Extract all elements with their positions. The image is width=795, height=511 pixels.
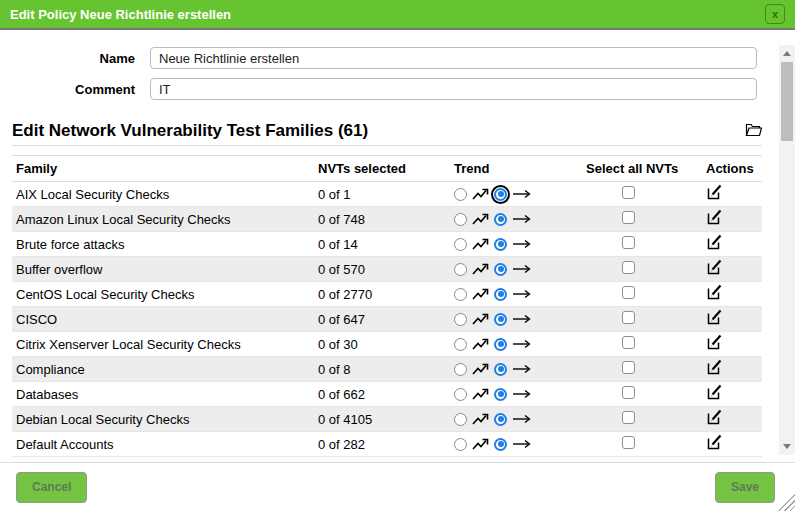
trend-dynamic-radio[interactable]	[454, 363, 467, 376]
header-family: Family	[12, 161, 318, 176]
trend-static-radio[interactable]	[494, 213, 507, 226]
trend-static-radio[interactable]	[494, 363, 507, 376]
trend-static-radio[interactable]	[494, 288, 507, 301]
edit-icon[interactable]	[706, 234, 723, 251]
trend-static-radio[interactable]	[494, 438, 507, 451]
edit-icon[interactable]	[706, 309, 723, 326]
trend-dynamic-radio[interactable]	[454, 338, 467, 351]
select-all-cell	[586, 361, 701, 377]
select-all-checkbox[interactable]	[622, 436, 635, 449]
header-nvts: NVTs selected	[318, 161, 454, 176]
select-all-cell	[586, 286, 701, 302]
actions-cell	[701, 234, 762, 254]
trend-dynamic-radio[interactable]	[454, 313, 467, 326]
trend-cell	[454, 313, 586, 326]
table-row: CentOS Local Security Checks 0 of 2770	[12, 282, 762, 307]
trend-static-arrow-icon	[512, 389, 531, 399]
trend-dynamic-radio[interactable]	[454, 263, 467, 276]
table-row: Citrix Xenserver Local Security Checks 0…	[12, 332, 762, 357]
trend-static-radio[interactable]	[494, 238, 507, 251]
nvts-selected-count: 0 of 282	[318, 437, 454, 452]
trend-up-icon	[472, 413, 489, 426]
name-row: Name	[0, 47, 795, 69]
select-all-checkbox[interactable]	[622, 336, 635, 349]
edit-icon[interactable]	[706, 334, 723, 351]
trend-static-radio[interactable]	[494, 313, 507, 326]
select-all-checkbox[interactable]	[622, 311, 635, 324]
table-row: Compliance 0 of 8	[12, 357, 762, 382]
edit-icon[interactable]	[706, 384, 723, 401]
folder-icon[interactable]	[745, 122, 762, 137]
trend-dynamic-radio[interactable]	[454, 238, 467, 251]
trend-static-arrow-icon	[512, 339, 531, 349]
scrollbar-thumb[interactable]	[781, 62, 793, 141]
trend-up-icon	[472, 338, 489, 351]
trend-static-arrow-icon	[512, 364, 531, 374]
comment-row: Comment	[0, 78, 795, 100]
trend-static-radio[interactable]	[494, 188, 507, 201]
scroll-down-icon[interactable]	[779, 439, 795, 453]
trend-cell	[454, 338, 586, 351]
cancel-button[interactable]: Cancel	[16, 472, 87, 503]
select-all-checkbox[interactable]	[622, 386, 635, 399]
select-all-checkbox[interactable]	[622, 186, 635, 199]
select-all-checkbox[interactable]	[622, 261, 635, 274]
trend-dynamic-radio[interactable]	[454, 438, 467, 451]
save-button[interactable]: Save	[715, 472, 775, 503]
table-row: Brute force attacks 0 of 14	[12, 232, 762, 257]
trend-static-arrow-icon	[512, 189, 531, 199]
trend-up-icon	[472, 213, 489, 226]
trend-static-radio[interactable]	[494, 338, 507, 351]
trend-static-arrow-icon	[512, 414, 531, 424]
trend-up-icon	[472, 288, 489, 301]
actions-cell	[701, 184, 762, 204]
select-all-checkbox[interactable]	[622, 361, 635, 374]
family-name: Compliance	[12, 362, 318, 377]
trend-dynamic-radio[interactable]	[454, 213, 467, 226]
edit-icon[interactable]	[706, 409, 723, 426]
trend-dynamic-radio[interactable]	[454, 413, 467, 426]
edit-icon[interactable]	[706, 209, 723, 226]
close-icon[interactable]: x	[765, 4, 785, 24]
trend-dynamic-radio[interactable]	[454, 188, 467, 201]
trend-static-radio[interactable]	[494, 388, 507, 401]
select-all-checkbox[interactable]	[622, 411, 635, 424]
scroll-up-icon[interactable]	[779, 47, 795, 61]
header-select-all: Select all NVTs	[586, 161, 701, 176]
nvt-families-section: Edit Network Vulnerability Test Families…	[0, 121, 795, 146]
edit-icon[interactable]	[706, 259, 723, 276]
nvts-selected-count: 0 of 2770	[318, 287, 454, 302]
actions-cell	[701, 334, 762, 354]
select-all-checkbox[interactable]	[622, 211, 635, 224]
select-all-checkbox[interactable]	[622, 286, 635, 299]
trend-dynamic-radio[interactable]	[454, 288, 467, 301]
actions-cell	[701, 359, 762, 379]
dialog-titlebar[interactable]: Edit Policy Neue Richtlinie erstellen x	[0, 0, 795, 30]
nvts-selected-count: 0 of 748	[318, 212, 454, 227]
nvts-selected-count: 0 of 4105	[318, 412, 454, 427]
family-name: Buffer overflow	[12, 262, 318, 277]
trend-static-arrow-icon	[512, 239, 531, 249]
edit-icon[interactable]	[706, 184, 723, 201]
trend-static-radio[interactable]	[494, 413, 507, 426]
trend-static-arrow-icon	[512, 289, 531, 299]
trend-cell	[454, 238, 586, 251]
nvts-selected-count: 0 of 14	[318, 237, 454, 252]
edit-icon[interactable]	[706, 284, 723, 301]
select-all-cell	[586, 311, 701, 327]
vertical-scrollbar[interactable]	[779, 45, 795, 455]
select-all-checkbox[interactable]	[622, 236, 635, 249]
trend-dynamic-radio[interactable]	[454, 388, 467, 401]
section-divider	[12, 145, 762, 146]
actions-cell	[701, 384, 762, 404]
comment-field[interactable]	[150, 78, 757, 100]
edit-icon[interactable]	[706, 434, 723, 451]
trend-up-icon	[472, 388, 489, 401]
trend-cell	[454, 438, 586, 451]
table-row: AIX Local Security Checks 0 of 1	[12, 182, 762, 207]
nvt-family-table: Family NVTs selected Trend Select all NV…	[12, 155, 762, 457]
trend-static-radio[interactable]	[494, 263, 507, 276]
edit-icon[interactable]	[706, 359, 723, 376]
header-actions: Actions	[701, 161, 762, 176]
name-field[interactable]	[150, 47, 757, 69]
